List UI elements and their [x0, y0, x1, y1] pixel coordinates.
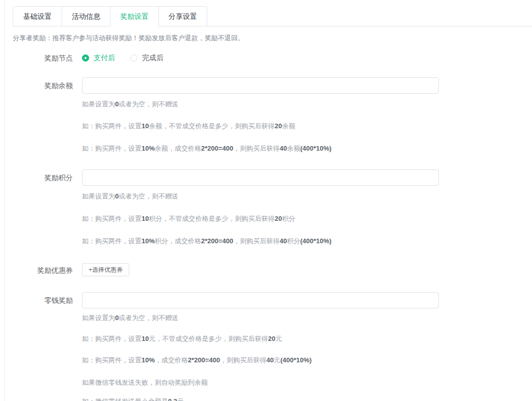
radio-selected-icon [82, 54, 89, 62]
cash-reward-help-2: 如：购买两件，设置10元，不管成交价格是多少，则购买后获得20元 [82, 335, 282, 342]
reward-balance-help-2: 如：购买两件，设置10余额，不管成交价格是多少，则购买后获得20余额 [82, 122, 295, 130]
cash-reward-help-5: 如：微信零钱发送最小金额是0.3元 [82, 397, 184, 401]
tab-reward-settings[interactable]: 奖励设置 [110, 7, 158, 26]
cash-reward-help-3: 如：购买两件，设置10%，成交价格2*200=400，则购买后获得40元(400… [82, 356, 312, 364]
tab-basic-settings[interactable]: 基础设置 [13, 7, 62, 26]
tabs-bar: 基础设置 活动信息 奖励设置 分享设置 [13, 6, 532, 26]
reward-points-label: 奖励积分 [0, 173, 73, 183]
radio-after-completion-label: 完成后 [142, 53, 163, 63]
radio-after-completion[interactable]: 完成后 [130, 53, 163, 63]
sharer-reward-notice: 分享者奖励：推荐客户参与活动获得奖励！奖励发放后客户退款，奖励不退回。 [13, 34, 244, 43]
cash-reward-label: 零钱奖励 [0, 295, 73, 305]
select-coupon-button[interactable]: +选择优惠券 [82, 263, 129, 276]
reward-balance-input[interactable] [82, 77, 439, 94]
reward-points-help-2: 如：购买两件，设置10积分，不管成交价格是多少，则购买后获得20积分 [82, 215, 295, 222]
reward-balance-help-3: 如：购买两件，设置10%余额，成交价格2*200=400，则购买后获得40余额(… [82, 145, 331, 152]
cash-reward-help-4: 如果微信零钱发送失败，则自动奖励到余额 [82, 379, 208, 386]
reward-coupon-label: 奖励优惠券 [0, 265, 73, 275]
reward-node-radio-group: 支付后 完成后 [82, 53, 179, 63]
reward-points-help-1: 如果设置为0或者为空，则不赠送 [82, 192, 178, 200]
tab-list: 基础设置 活动信息 奖励设置 分享设置 [13, 6, 207, 26]
radio-unselected-icon [130, 54, 137, 62]
reward-balance-help-1: 如果设置为0或者为空，则不赠送 [82, 100, 178, 108]
radio-after-payment-label: 支付后 [94, 53, 115, 63]
tab-share-settings[interactable]: 分享设置 [158, 7, 207, 26]
radio-after-payment[interactable]: 支付后 [82, 53, 115, 63]
reward-points-input[interactable] [82, 169, 439, 186]
cash-reward-help-1: 如果设置为0或者为空，则不赠送 [82, 314, 178, 322]
tab-activity-info[interactable]: 活动信息 [62, 7, 110, 26]
cash-reward-input[interactable] [82, 292, 439, 308]
reward-settings-page: 基础设置 活动信息 奖励设置 分享设置 分享者奖励：推荐客户参与活动获得奖励！奖… [0, 0, 532, 401]
reward-points-help-3: 如：购买两件，设置10%积分，成交价格2*200=400，则购买后获得40积分(… [82, 237, 331, 245]
reward-balance-label: 奖励余额 [0, 80, 73, 91]
reward-node-label: 奖励节点 [0, 53, 73, 63]
